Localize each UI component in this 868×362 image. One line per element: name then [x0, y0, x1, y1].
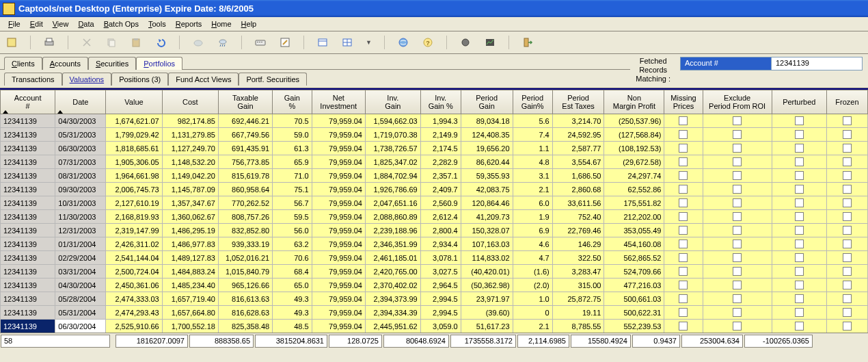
cell-value[interactable]: 2,800.4: [420, 224, 461, 237]
cell-value[interactable]: 51,617.23: [461, 320, 513, 333]
cell-checkbox[interactable]: [826, 210, 867, 224]
cell-account[interactable]: 12341139: [1, 196, 55, 210]
cell-checkbox[interactable]: [772, 306, 826, 320]
cell-value[interactable]: 1,485,234.40: [162, 279, 218, 292]
cell-checkbox[interactable]: [664, 114, 703, 128]
cell-value[interactable]: 770,262.52: [218, 196, 272, 210]
cell-value[interactable]: 816,613.63: [218, 292, 272, 306]
cell-value[interactable]: (250,537.96): [604, 114, 664, 128]
cell-value[interactable]: 1,357,347.67: [162, 196, 218, 210]
edit-icon[interactable]: [279, 36, 291, 49]
cell-checkbox[interactable]: [664, 210, 703, 224]
cell-account[interactable]: 12341139: [1, 210, 55, 224]
cell-checkbox[interactable]: [826, 196, 867, 210]
cell-checkbox[interactable]: [772, 320, 826, 333]
cell-checkbox[interactable]: [703, 169, 772, 183]
cell-value[interactable]: 48.5: [273, 320, 312, 333]
cell-value[interactable]: 2.1: [513, 183, 552, 196]
cell-checkbox[interactable]: [772, 251, 826, 265]
cell-value[interactable]: 70.6: [273, 251, 312, 265]
cell-value[interactable]: 1,127,249.70: [162, 142, 218, 155]
cell-value[interactable]: 860,958.64: [218, 183, 272, 196]
cell-value[interactable]: 2,934.4: [420, 237, 461, 251]
cell-value[interactable]: 79,959.04: [312, 128, 365, 142]
col-header[interactable]: NetInvestment: [312, 90, 365, 114]
cell-value[interactable]: 79,959.04: [312, 183, 365, 196]
cell-value[interactable]: 353,055.49: [604, 224, 664, 237]
menu-data[interactable]: Data: [74, 18, 98, 29]
cell-value[interactable]: 1,700,552.18: [162, 320, 218, 333]
cell-value[interactable]: 79,959.04: [312, 210, 365, 224]
cell-value[interactable]: 68.4: [273, 265, 312, 279]
subtab-transactions[interactable]: Transactions: [4, 73, 62, 86]
cell-value[interactable]: 2,394,373.99: [365, 292, 420, 306]
cell-checkbox[interactable]: [664, 292, 703, 306]
cell-date[interactable]: 10/31/2003: [55, 196, 106, 210]
menu-batch-ops[interactable]: Batch Ops: [100, 18, 143, 29]
cell-value[interactable]: 79,959.04: [312, 292, 365, 306]
cell-checkbox[interactable]: [826, 320, 867, 333]
cell-value[interactable]: 1.9: [513, 210, 552, 224]
cell-date[interactable]: 12/31/2003: [55, 224, 106, 237]
dropdown-icon[interactable]: ▼: [366, 39, 372, 46]
cell-value[interactable]: 146.29: [552, 237, 604, 251]
cell-value[interactable]: 70.5: [273, 114, 312, 128]
cell-value[interactable]: 2,174.5: [420, 142, 461, 155]
cell-value[interactable]: 2,612.4: [420, 210, 461, 224]
cell-value[interactable]: 3,283.47: [552, 265, 604, 279]
cell-value[interactable]: 79,959.04: [312, 237, 365, 251]
cell-checkbox[interactable]: [703, 292, 772, 306]
cell-checkbox[interactable]: [664, 251, 703, 265]
cell-value[interactable]: 3,214.70: [552, 114, 604, 128]
cell-checkbox[interactable]: [703, 196, 772, 210]
cell-value[interactable]: (40,420.01): [461, 265, 513, 279]
cell-value[interactable]: 1,015,840.79: [218, 265, 272, 279]
cell-date[interactable]: 06/30/2003: [55, 142, 106, 155]
cell-account[interactable]: 12341139: [1, 292, 55, 306]
cell-value[interactable]: 1,926,786.69: [365, 183, 420, 196]
subtab-positions-3-[interactable]: Positions (3): [111, 73, 168, 86]
cell-account[interactable]: 12341139: [1, 142, 55, 155]
cell-value[interactable]: 454,160.08: [604, 237, 664, 251]
cell-value[interactable]: 79,959.04: [312, 142, 365, 155]
cell-value[interactable]: 808,757.26: [218, 210, 272, 224]
cell-value[interactable]: 2,088,860.89: [365, 210, 420, 224]
tab-clients[interactable]: Clients: [4, 57, 42, 70]
cell-value[interactable]: (127,568.84): [604, 128, 664, 142]
cell-value[interactable]: 2,346,351.99: [365, 237, 420, 251]
subtab-portf-securities[interactable]: Portf. Securities: [239, 73, 307, 86]
cell-value[interactable]: 2,450,361.06: [106, 279, 162, 292]
cell-value[interactable]: 752.40: [552, 210, 604, 224]
cell-checkbox[interactable]: [664, 142, 703, 155]
cell-account[interactable]: 12341139: [1, 155, 55, 169]
cell-value[interactable]: 2,394,334.39: [365, 306, 420, 320]
cell-value[interactable]: 1,148,532.20: [162, 155, 218, 169]
menu-home[interactable]: Home: [207, 18, 235, 29]
cell-value[interactable]: 79,959.04: [312, 114, 365, 128]
cell-value[interactable]: 691,435.91: [218, 142, 272, 155]
cell-value[interactable]: 6.0: [513, 196, 552, 210]
cell-value[interactable]: 120,864.46: [461, 196, 513, 210]
cell-value[interactable]: (29,672.58): [604, 155, 664, 169]
cell-value[interactable]: 49.3: [273, 292, 312, 306]
cell-value[interactable]: 2,239,188.96: [365, 224, 420, 237]
cell-checkbox[interactable]: [772, 128, 826, 142]
cell-date[interactable]: 05/31/2003: [55, 128, 106, 142]
cell-value[interactable]: 315.00: [552, 279, 604, 292]
cell-checkbox[interactable]: [703, 306, 772, 320]
cell-value[interactable]: 2,587.77: [552, 142, 604, 155]
cell-checkbox[interactable]: [826, 224, 867, 237]
cell-value[interactable]: 2,860.68: [552, 183, 604, 196]
col-header[interactable]: Inv.Gain: [365, 90, 420, 114]
cell-checkbox[interactable]: [772, 210, 826, 224]
col-header[interactable]: Cost: [162, 90, 218, 114]
cell-value[interactable]: 114,833.02: [461, 251, 513, 265]
data-grid[interactable]: Account#DateValueCostTaxableGainGain%Net…: [0, 88, 868, 333]
col-header[interactable]: Date: [55, 90, 106, 114]
cell-account[interactable]: 12341139: [1, 224, 55, 237]
cell-date[interactable]: 05/31/2004: [55, 306, 106, 320]
cell-value[interactable]: 939,333.19: [218, 237, 272, 251]
cell-value[interactable]: 79,959.04: [312, 169, 365, 183]
cell-value[interactable]: 2,370,402.02: [365, 279, 420, 292]
cell-value[interactable]: 1,484,883.24: [162, 265, 218, 279]
